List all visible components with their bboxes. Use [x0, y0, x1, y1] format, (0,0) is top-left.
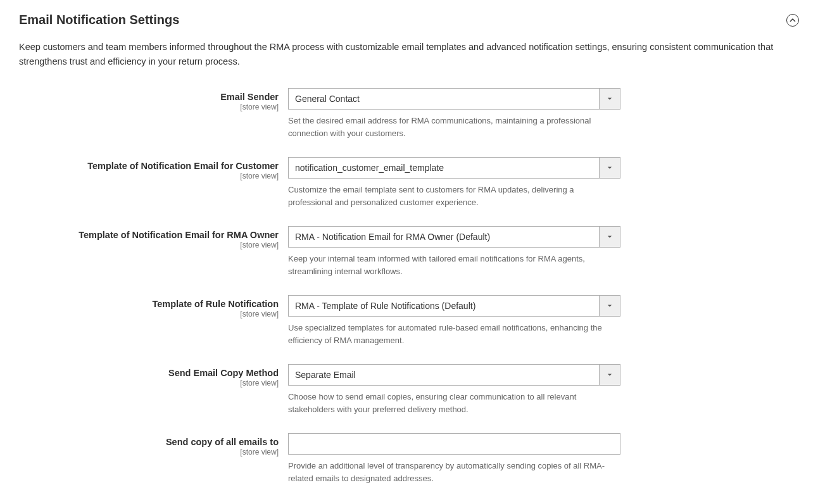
field-label: Send Email Copy Method	[19, 368, 279, 378]
scope-label: [store view]	[19, 448, 279, 457]
field-help: Use specialized templates for automated …	[288, 322, 611, 346]
label-col: Send copy of all emails to [store view]	[19, 433, 288, 457]
scope-label: [store view]	[19, 310, 279, 318]
select-dropdown-button[interactable]	[599, 295, 620, 317]
copy-to-input[interactable]	[288, 433, 620, 455]
field-label: Send copy of all emails to	[19, 437, 279, 447]
template-owner-select[interactable]: RMA - Notification Email for RMA Owner (…	[288, 226, 620, 248]
email-sender-select[interactable]: General Contact	[288, 88, 620, 110]
triangle-down-icon	[607, 234, 612, 239]
template-customer-select[interactable]: notification_customer_email_template	[288, 157, 620, 179]
triangle-down-icon	[607, 96, 612, 101]
select-dropdown-button[interactable]	[599, 157, 620, 179]
template-rule-select[interactable]: RMA - Template of Rule Notifications (De…	[288, 295, 620, 317]
select-value: General Contact	[288, 88, 599, 110]
field-help: Provide an additional level of transpare…	[288, 460, 611, 484]
select-value: RMA - Template of Rule Notifications (De…	[288, 295, 599, 317]
select-value: Separate Email	[288, 364, 599, 386]
scope-label: [store view]	[19, 379, 279, 387]
label-col: Template of Notification Email for Custo…	[19, 157, 288, 180]
scope-label: [store view]	[19, 103, 279, 111]
copy-method-select[interactable]: Separate Email	[288, 364, 620, 386]
field-row-copy-method: Send Email Copy Method [store view] Sepa…	[19, 364, 799, 415]
field-row-template-customer: Template of Notification Email for Custo…	[19, 157, 799, 208]
select-dropdown-button[interactable]	[599, 88, 620, 110]
field-col: Provide an additional level of transpare…	[288, 433, 620, 484]
chevron-up-icon	[790, 17, 796, 23]
field-row-template-owner: Template of Notification Email for RMA O…	[19, 226, 799, 277]
triangle-down-icon	[607, 165, 612, 170]
label-col: Template of Rule Notification [store vie…	[19, 295, 288, 318]
label-col: Template of Notification Email for RMA O…	[19, 226, 288, 249]
field-label: Template of Notification Email for Custo…	[19, 161, 279, 171]
field-help: Keep your internal team informed with ta…	[288, 253, 611, 277]
triangle-down-icon	[607, 303, 612, 308]
field-col: RMA - Notification Email for RMA Owner (…	[288, 226, 620, 277]
select-dropdown-button[interactable]	[599, 226, 620, 248]
field-row-email-sender: Email Sender [store view] General Contac…	[19, 88, 799, 139]
field-help: Customize the email template sent to cus…	[288, 184, 611, 208]
triangle-down-icon	[607, 372, 612, 377]
label-col: Email Sender [store view]	[19, 88, 288, 111]
section-header: Email Notification Settings	[19, 13, 799, 27]
section-description: Keep customers and team members informed…	[19, 40, 779, 69]
select-value: notification_customer_email_template	[288, 157, 599, 179]
section-title: Email Notification Settings	[19, 13, 179, 27]
label-col: Send Email Copy Method [store view]	[19, 364, 288, 387]
field-row-copy-to: Send copy of all emails to [store view] …	[19, 433, 799, 484]
field-row-template-rule: Template of Rule Notification [store vie…	[19, 295, 799, 346]
field-col: General Contact Set the desired email ad…	[288, 88, 620, 139]
field-help: Choose how to send email copies, ensurin…	[288, 391, 611, 415]
select-dropdown-button[interactable]	[599, 364, 620, 386]
field-col: notification_customer_email_template Cus…	[288, 157, 620, 208]
field-label: Email Sender	[19, 92, 279, 102]
field-help: Set the desired email address for RMA co…	[288, 115, 611, 139]
collapse-toggle[interactable]	[786, 14, 799, 27]
scope-label: [store view]	[19, 241, 279, 249]
field-label: Template of Rule Notification	[19, 299, 279, 309]
scope-label: [store view]	[19, 172, 279, 180]
field-label: Template of Notification Email for RMA O…	[19, 230, 279, 240]
select-value: RMA - Notification Email for RMA Owner (…	[288, 226, 599, 248]
field-col: RMA - Template of Rule Notifications (De…	[288, 295, 620, 346]
field-col: Separate Email Choose how to send email …	[288, 364, 620, 415]
